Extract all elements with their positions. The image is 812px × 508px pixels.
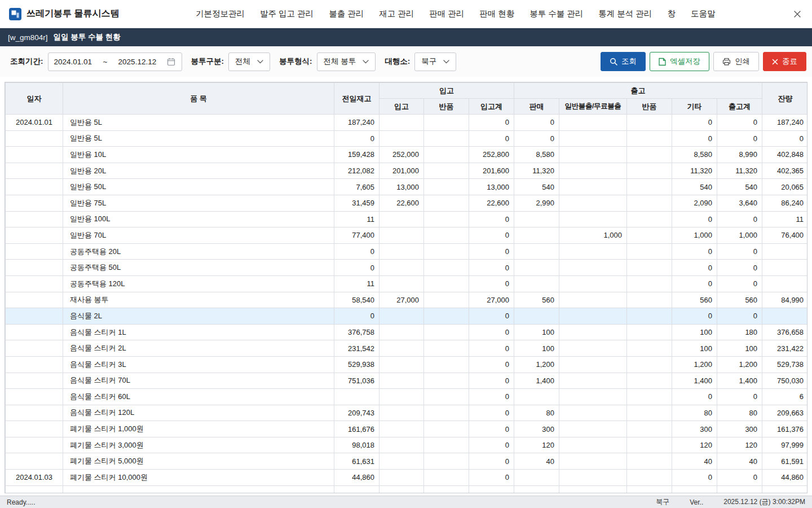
- table-row[interactable]: 음식물 스티커 120L209,7430808080209,663: [6, 405, 808, 421]
- cell-general-free-out: [559, 292, 627, 308]
- menu-item-sales-status[interactable]: 판매 현황: [479, 8, 514, 19]
- cell-item: 음식물 스티커 60L: [63, 389, 334, 405]
- exit-button[interactable]: 종료: [763, 52, 806, 71]
- cell-inbound-total: 0: [469, 308, 514, 325]
- col-header-inbound-total[interactable]: 입고계: [469, 99, 514, 115]
- col-header-prev-stock[interactable]: 전일재고: [334, 83, 379, 115]
- cell-inbound-return: [424, 421, 469, 437]
- col-header-inbound-return[interactable]: 반품: [424, 99, 469, 115]
- table-row[interactable]: 공동주택용 20L0000: [6, 243, 808, 260]
- table-row[interactable]: 폐기물 스티커 1,000원161,6760300300300161,376: [6, 421, 808, 437]
- cell-inbound-total: 0: [469, 437, 514, 453]
- table-row[interactable]: 일반용 100L1100011: [6, 211, 808, 227]
- cell-inbound-return: [424, 340, 469, 357]
- window-close-icon[interactable]: [792, 8, 803, 20]
- menu-item-dispense[interactable]: 불출 관리: [329, 8, 364, 19]
- table-row[interactable]: 음식물 스티커 2L231,5420100100100231,422: [6, 340, 808, 357]
- col-header-outbound-total[interactable]: 출고계: [717, 99, 762, 115]
- print-button[interactable]: 인쇄: [713, 52, 759, 71]
- menu-item-window[interactable]: 창: [667, 8, 676, 19]
- cell-date: [6, 356, 63, 373]
- table-row[interactable]: 음식물 스티커 3L529,93801,2001,2001,200529,738: [6, 356, 808, 373]
- cell-inbound: [379, 340, 424, 357]
- col-header-outbound-return[interactable]: 반품: [627, 99, 672, 115]
- col-header-remaining[interactable]: 잔량: [762, 83, 807, 115]
- table-row[interactable]: 음식물 스티커 1L376,7580100100180376,658: [6, 324, 808, 340]
- menu-item-bag-ledger[interactable]: 봉투 수불 관리: [529, 8, 583, 19]
- cell-remaining: 97,999: [762, 437, 807, 453]
- cell-outbound-return: [627, 275, 672, 292]
- agency-select[interactable]: 북구: [414, 52, 456, 71]
- cell-inbound-return: [424, 147, 469, 163]
- table-row[interactable]: 일반용 5L000000: [6, 130, 808, 147]
- table-row[interactable]: 일반용 50L7,60513,00013,00054054054020,065: [6, 179, 808, 195]
- table-row[interactable]: 음식물 스티커 60L0006: [6, 389, 808, 405]
- table-row[interactable]: 일반용 20L212,082201,000201,60011,32011,320…: [6, 163, 808, 179]
- excel-save-button[interactable]: 엑셀저장: [650, 52, 709, 71]
- bag-format-select[interactable]: 전체 봉투: [317, 52, 376, 71]
- cell-etc: 11,320: [672, 163, 717, 179]
- cell-outbound-return: [627, 373, 672, 389]
- date-range-input[interactable]: 2024.01.01 ~ 2025.12.12: [48, 52, 182, 71]
- table-row[interactable]: 폐기물 스티커 3,000원98,018012012012097,999: [6, 437, 808, 453]
- table-row[interactable]: 일반용 70L77,40001,0001,0001,00076,400: [6, 227, 808, 244]
- cell-etc: 80: [672, 405, 717, 421]
- table-row[interactable]: 공동주택용 120L11000: [6, 275, 808, 292]
- cell-item: 음식물 2L: [63, 308, 334, 325]
- col-header-item[interactable]: 품 목: [63, 83, 334, 115]
- cell-prev-stock: 7,605: [334, 179, 379, 195]
- table-row[interactable]: 음식물 2L0000: [6, 308, 808, 325]
- cell-prev-stock: 159,428: [334, 147, 379, 163]
- date-from-value[interactable]: 2024.01.01: [54, 58, 92, 66]
- table-row[interactable]: 공동주택용 50L0000: [6, 260, 808, 276]
- cell-inbound: [379, 308, 424, 325]
- bag-type-select[interactable]: 전체: [228, 52, 270, 71]
- cell-remaining: 529,738: [762, 356, 807, 373]
- menu-item-basic-info[interactable]: 기본정보관리: [196, 8, 245, 19]
- cell-inbound-return: [424, 485, 469, 493]
- table-row[interactable]: 일반용 75L31,45922,60022,6002,9902,0903,640…: [6, 195, 808, 211]
- menu-item-order-inbound[interactable]: 발주 입고 관리: [260, 8, 314, 19]
- cell-inbound-total: 0: [469, 453, 514, 470]
- cell-inbound-total: 0: [469, 115, 514, 131]
- col-header-date[interactable]: 일자: [6, 83, 63, 115]
- search-button-label: 조회: [621, 56, 637, 67]
- chevron-down-icon: [443, 60, 449, 64]
- search-button[interactable]: 조회: [601, 52, 646, 71]
- agency-label: 대행소:: [385, 56, 410, 67]
- table-row[interactable]: 2024.01.01일반용 5L187,2400000187,240: [6, 115, 808, 131]
- cell-sales: 0: [514, 115, 559, 131]
- cell-sales: [514, 211, 559, 227]
- cell-outbound-total: 1,400: [717, 373, 762, 389]
- col-header-sales[interactable]: 판매: [514, 99, 559, 115]
- cell-inbound: [379, 227, 424, 244]
- cell-inbound: 27,000: [379, 292, 424, 308]
- cell-remaining: [762, 308, 807, 325]
- cell-remaining: 44,860: [762, 470, 807, 486]
- col-header-general-free-out[interactable]: 일반불출/무료불출: [559, 99, 627, 115]
- calendar-icon[interactable]: [167, 58, 175, 66]
- cell-outbound-total: 180: [717, 324, 762, 340]
- table-row[interactable]: 일반용 10L159,428252,000252,8008,5808,5808,…: [6, 147, 808, 163]
- cell-prev-stock: 161,676: [334, 421, 379, 437]
- menu-item-help[interactable]: 도움말: [691, 8, 716, 19]
- cell-date: [6, 405, 63, 421]
- cell-item: 음식물 스티커 2L: [63, 340, 334, 357]
- cell-item: 일반용 20L: [63, 163, 334, 179]
- table-row[interactable]: 폐기물 스티커 5,000원61,631040404061,591: [6, 453, 808, 470]
- col-header-inbound[interactable]: 입고: [379, 99, 424, 115]
- cell-item: 일반용 5L: [63, 115, 334, 131]
- menu-item-sales-mgmt[interactable]: 판매 관리: [429, 8, 464, 19]
- table-row[interactable]: 음식물 스티커 70L751,03601,4001,4001,400750,03…: [6, 373, 808, 389]
- menu-item-stats[interactable]: 통계 분석 관리: [598, 8, 652, 19]
- table-row[interactable]: 2024.01.03폐기물 스티커 10,000원44,86000044,860: [6, 470, 808, 486]
- cell-outbound-return: [627, 485, 672, 493]
- cell-inbound-return: [424, 292, 469, 308]
- cell-inbound: [379, 260, 424, 276]
- cell-remaining: [762, 243, 807, 260]
- table-row[interactable]: [6, 485, 808, 493]
- menu-item-inventory[interactable]: 재고 관리: [379, 8, 414, 19]
- table-row[interactable]: 재사용 봉투58,54027,00027,00056056056084,990: [6, 292, 808, 308]
- col-header-etc[interactable]: 기타: [672, 99, 717, 115]
- date-to-value[interactable]: 2025.12.12: [118, 58, 157, 66]
